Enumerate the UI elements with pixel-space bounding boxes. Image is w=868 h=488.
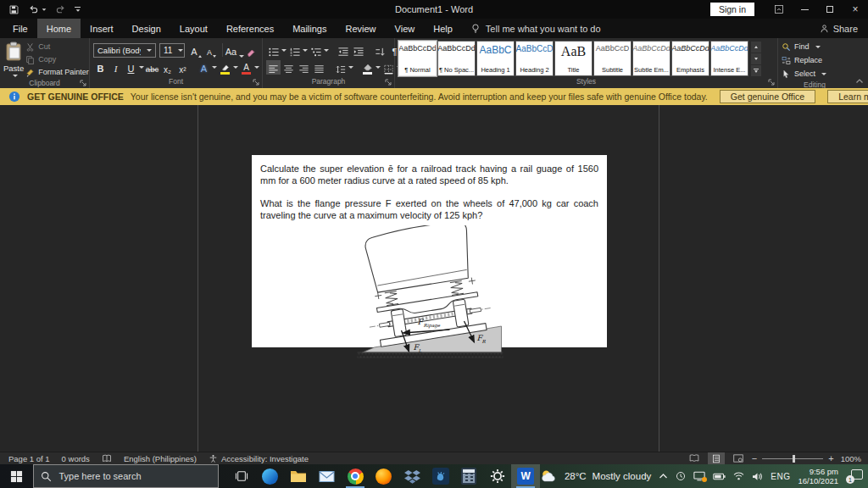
- share-button[interactable]: Share: [820, 24, 858, 34]
- multilevel-list-button[interactable]: [309, 43, 323, 58]
- restore-button[interactable]: [817, 0, 843, 19]
- italic-button[interactable]: I: [108, 60, 123, 75]
- undo-icon[interactable]: [28, 4, 47, 14]
- format-painter-button[interactable]: Format Painter: [25, 66, 89, 78]
- style-subtitle[interactable]: AaBbCcDSubtitle: [593, 41, 632, 76]
- language-indicator[interactable]: English (Philippines): [124, 454, 197, 463]
- clock-tray-icon[interactable]: [676, 471, 686, 481]
- select-button[interactable]: Select: [782, 68, 826, 80]
- borders-button[interactable]: [381, 60, 396, 75]
- tray-chevron-icon[interactable]: [659, 473, 668, 480]
- style-heading-1[interactable]: AaBbCHeading 1: [476, 41, 515, 76]
- sort-button[interactable]: [372, 43, 387, 58]
- style-title[interactable]: AaBTitle: [554, 41, 593, 76]
- display-sync-icon[interactable]: [693, 471, 705, 481]
- underline-button[interactable]: U: [124, 60, 138, 75]
- paragraph-2[interactable]: What is the flange pressure F exerted on…: [260, 197, 598, 221]
- proofing-icon[interactable]: [102, 454, 112, 463]
- numbering-button[interactable]: [287, 43, 302, 58]
- superscript-button[interactable]: x²: [175, 60, 190, 75]
- styles-scroll-down-icon[interactable]: [751, 53, 761, 64]
- input-language-indicator[interactable]: ENG: [771, 472, 790, 481]
- tab-help[interactable]: Help: [424, 19, 462, 38]
- customize-qat-icon[interactable]: [75, 7, 81, 12]
- styles-scroll-up-icon[interactable]: [751, 42, 761, 53]
- style-normal[interactable]: AaBbCcDd¶ Normal: [398, 41, 437, 76]
- line-spacing-button[interactable]: [333, 60, 348, 75]
- word-count[interactable]: 0 words: [62, 454, 90, 463]
- clipboard-dialog-launcher-icon[interactable]: [80, 80, 86, 86]
- find-button[interactable]: Find: [782, 41, 826, 53]
- text-highlight-button[interactable]: [218, 60, 232, 75]
- tab-layout[interactable]: Layout: [170, 19, 217, 38]
- firefox-icon[interactable]: [370, 464, 398, 488]
- accessibility-status[interactable]: Accessibility: Investigate: [221, 454, 309, 463]
- word-taskbar-icon[interactable]: W: [511, 464, 540, 488]
- chrome-icon[interactable]: [341, 464, 370, 488]
- style-subtle-emphasis[interactable]: AaBbCcDdSubtle Em...: [632, 41, 670, 76]
- accessibility-icon[interactable]: [209, 454, 218, 463]
- cut-button[interactable]: Cut: [25, 41, 89, 53]
- weather-widget[interactable]: 28°C Mostly cloudy: [540, 469, 651, 483]
- sign-in-button[interactable]: Sign in: [710, 3, 754, 16]
- file-explorer-icon[interactable]: [284, 464, 313, 488]
- read-mode-icon[interactable]: [686, 452, 703, 464]
- settings-gear-icon[interactable]: [483, 464, 512, 488]
- close-button[interactable]: ×: [843, 0, 868, 19]
- zoom-slider-thumb[interactable]: [793, 455, 795, 463]
- task-view-button[interactable]: [227, 464, 256, 488]
- tell-me-box[interactable]: Tell me what you want to do: [470, 23, 601, 35]
- font-color-button[interactable]: A: [239, 60, 253, 75]
- paste-button[interactable]: Paste: [3, 41, 24, 78]
- grow-font-button[interactable]: A: [189, 43, 203, 58]
- copy-button[interactable]: Copy: [25, 53, 89, 65]
- tab-home[interactable]: Home: [37, 19, 81, 38]
- styles-dialog-launcher-icon[interactable]: [768, 79, 775, 86]
- mail-icon[interactable]: [313, 464, 342, 488]
- paragraph-1[interactable]: Calculate the super elevation ē for a ra…: [260, 163, 598, 186]
- decrease-indent-button[interactable]: [336, 43, 350, 58]
- increase-indent-button[interactable]: [351, 43, 365, 58]
- clear-formatting-button[interactable]: [244, 43, 259, 58]
- replace-button[interactable]: Replace: [782, 54, 826, 66]
- font-size-combo[interactable]: 11: [159, 43, 185, 58]
- speaker-icon[interactable]: [752, 472, 763, 481]
- align-left-button[interactable]: [266, 60, 281, 75]
- change-case-button[interactable]: Aa: [226, 43, 243, 58]
- dropbox-icon[interactable]: [398, 464, 426, 488]
- redo-icon[interactable]: [55, 4, 66, 14]
- minimize-button[interactable]: [792, 0, 817, 19]
- web-layout-icon[interactable]: [730, 452, 747, 464]
- tab-review[interactable]: Review: [337, 19, 386, 38]
- app-icon[interactable]: [426, 464, 455, 488]
- tab-mailings[interactable]: Mailings: [283, 19, 336, 38]
- tab-view[interactable]: View: [386, 19, 425, 38]
- wifi-icon[interactable]: [733, 472, 744, 480]
- style-emphasis[interactable]: AaBbCcDdEmphasis: [671, 41, 709, 76]
- start-button[interactable]: [0, 464, 33, 488]
- get-genuine-office-button[interactable]: Get genuine Office: [720, 90, 815, 103]
- styles-more-icon[interactable]: [751, 65, 761, 76]
- bold-button[interactable]: B: [93, 60, 108, 75]
- style-no-spacing[interactable]: AaBbCcDd¶ No Spac...: [437, 41, 476, 76]
- align-center-button[interactable]: [281, 60, 296, 75]
- tab-file[interactable]: File: [3, 19, 37, 38]
- battery-icon[interactable]: [713, 473, 726, 480]
- taskbar-search[interactable]: [33, 464, 219, 488]
- save-icon[interactable]: [8, 4, 19, 15]
- zoom-level[interactable]: 100%: [841, 454, 861, 463]
- edge-icon[interactable]: [256, 464, 285, 488]
- paragraph-dialog-launcher-icon[interactable]: [385, 79, 392, 86]
- style-intense-emphasis[interactable]: AaBbCcDdIntense E...: [710, 41, 748, 76]
- action-center-icon[interactable]: 1: [846, 469, 863, 484]
- taskbar-clock[interactable]: 9:56 pm 16/10/2021: [798, 467, 838, 485]
- text-effects-button[interactable]: A: [197, 60, 211, 75]
- tab-insert[interactable]: Insert: [81, 19, 123, 38]
- zoom-in-icon[interactable]: +: [828, 453, 833, 463]
- bullets-button[interactable]: [266, 43, 281, 58]
- search-input[interactable]: [58, 471, 203, 481]
- justify-button[interactable]: [312, 60, 326, 75]
- shrink-font-button[interactable]: A: [204, 43, 219, 58]
- font-name-combo[interactable]: Calibri (Body): [93, 43, 156, 58]
- tab-references[interactable]: References: [217, 19, 283, 38]
